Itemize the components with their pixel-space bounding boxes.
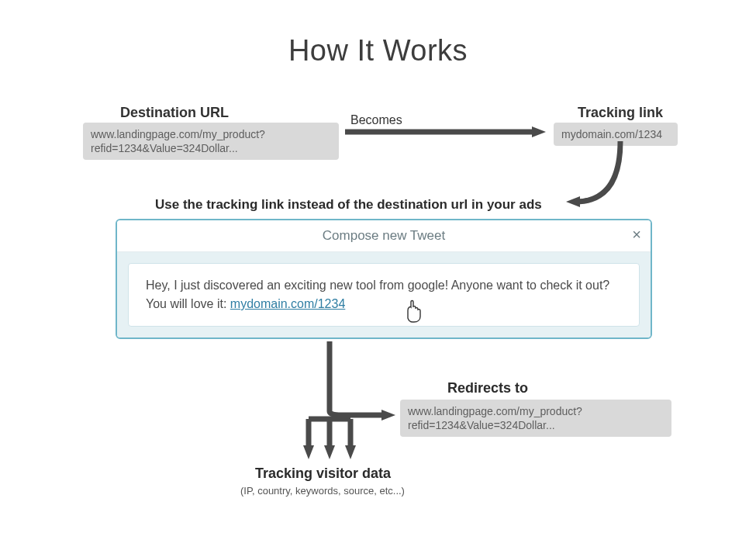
tracking-visitor-subtitle: (IP, country, keywords, source, etc...) bbox=[240, 485, 405, 497]
becomes-label: Becomes bbox=[350, 113, 402, 127]
tweet-text-content: Hey, I just discovered an exciting new t… bbox=[146, 279, 609, 310]
destination-url-box: www.landingpage.com/my_product?refid=123… bbox=[83, 123, 339, 160]
tracking-link-label: Tracking link bbox=[578, 105, 663, 121]
tracking-to-instruction-arrow-icon bbox=[575, 141, 620, 202]
tracking-link-box: mydomain.com/1234 bbox=[554, 123, 678, 146]
tracking-visitor-title: Tracking visitor data bbox=[255, 466, 391, 482]
diagram-canvas: How It Works Destination URL www.landing… bbox=[0, 0, 756, 540]
destination-url-label: Destination URL bbox=[120, 105, 229, 121]
redirects-to-label: Redirects to bbox=[447, 380, 528, 396]
page-title: How It Works bbox=[0, 34, 756, 68]
use-tracking-link-instruction: Use the tracking link instead of the des… bbox=[155, 197, 542, 213]
tweet-tracking-link[interactable]: mydomain.com/1234 bbox=[230, 297, 346, 310]
compose-tweet-panel: Compose new Tweet × Hey, I just discover… bbox=[116, 219, 652, 339]
close-icon[interactable]: × bbox=[632, 227, 641, 242]
compose-tweet-header: Compose new Tweet × bbox=[117, 220, 651, 252]
tweet-text[interactable]: Hey, I just discovered an exciting new t… bbox=[128, 263, 640, 327]
compose-tweet-title: Compose new Tweet bbox=[323, 228, 445, 244]
compose-tweet-body: Hey, I just discovered an exciting new t… bbox=[117, 252, 651, 338]
tweet-to-redirect-arrow-icon bbox=[330, 341, 386, 415]
redirects-to-box: www.landingpage.com/my_product?refid=123… bbox=[400, 400, 671, 437]
